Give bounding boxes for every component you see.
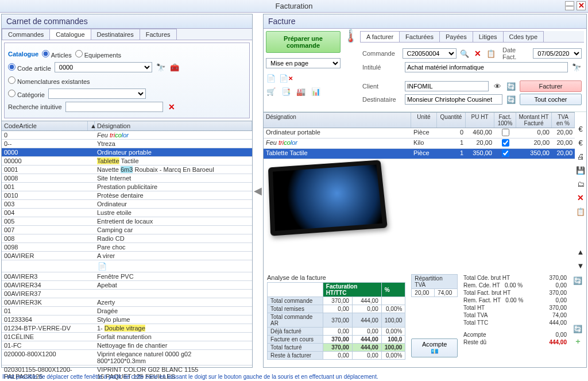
doc-add-icon[interactable]: 📄 — [266, 73, 276, 83]
catalogue-row[interactable]: 01CÉLINEForfait manutention — [2, 333, 252, 341]
euro-icon[interactable]: € — [575, 124, 586, 134]
clipboard-icon[interactable]: 📋 — [575, 206, 586, 217]
radio-equipements[interactable] — [75, 50, 83, 57]
catalogue-row[interactable]: 00AVIRER3KAzerty — [2, 298, 252, 307]
invoice-row[interactable]: Tablette TactilePièce1350,00350,0020,00 — [264, 149, 575, 159]
catalogue-row[interactable]: 0008Site Internet — [2, 174, 252, 183]
thermometer-icon: 🌡️ — [345, 31, 355, 41]
catalogue-row[interactable]: 00AVIRER3Fenêtre PVC — [2, 272, 252, 281]
chart-icon[interactable]: 📊 — [311, 86, 321, 97]
tab-destinataires[interactable]: Destinataires — [91, 29, 140, 40]
tab-facturées[interactable]: Facturées — [399, 31, 440, 42]
tab-litiges[interactable]: Litiges — [473, 31, 504, 42]
destinataire-input[interactable] — [405, 94, 502, 105]
acompte-button[interactable]: Acompte 💶 — [411, 338, 458, 357]
opt-nomenclatures[interactable] — [8, 76, 16, 84]
binoculars2-icon[interactable]: 🔭 — [571, 62, 582, 72]
mise-en-page-select[interactable]: Mise en page — [266, 58, 341, 68]
opt-code-article[interactable] — [8, 63, 16, 71]
invoice-row[interactable]: Ordinateur portablePièce0460,000,0020,00 — [264, 128, 575, 138]
cart-icon[interactable]: 🛒 — [266, 86, 276, 97]
date-fact-select[interactable]: 07/05/2020 — [533, 48, 582, 59]
window-close[interactable]: ✕ — [577, 1, 586, 10]
tab-factures[interactable]: Factures — [140, 29, 177, 40]
fact-checkbox[interactable] — [502, 129, 509, 136]
catalogue-row[interactable]: 0001Navette 6m3 Roubaix - Marcq En Baroe… — [2, 166, 252, 174]
recherche-label: Recherche intuitive — [8, 103, 62, 110]
prepare-order-button[interactable]: Préparer une commande — [266, 31, 341, 53]
delete-line-icon[interactable]: ✕ — [575, 193, 586, 203]
categorie-select[interactable] — [48, 88, 146, 99]
refresh-tot-icon[interactable]: 🔄 — [572, 275, 583, 286]
catalogue-row[interactable]: 004Lustre etoile — [2, 209, 252, 217]
doc-delete-icon[interactable]: 📄✕ — [281, 73, 291, 83]
commande-select[interactable]: C20050004 — [403, 48, 457, 59]
search-icon[interactable]: 🔍 — [460, 48, 470, 59]
window-titlebar: Facturation — ✕ — [0, 0, 588, 13]
splitter[interactable]: ◀ — [254, 13, 262, 369]
catalogue-row[interactable]: 0098Pare choc — [2, 243, 252, 252]
catalogue-row[interactable]: 00000Tablette Tactile — [2, 157, 252, 166]
down-arrow-icon[interactable]: ▼ — [575, 260, 586, 271]
catalogue-row[interactable]: 007Camping car — [2, 226, 252, 234]
catalogue-row[interactable]: 01Dragée — [2, 307, 252, 315]
tab-cdes-type[interactable]: Cdes type — [503, 31, 544, 42]
catalogue-row[interactable]: 00AVIRERA virer — [2, 252, 252, 260]
invoice-row[interactable]: Feu tricolorKilo120,0020,0020,00 — [264, 138, 575, 149]
catalogue-row[interactable]: 📄 — [2, 260, 252, 272]
fact-checkbox[interactable] — [502, 139, 509, 147]
catalogue-row[interactable]: 008Radio CD — [2, 234, 252, 243]
add-icon[interactable]: ＋ — [572, 336, 583, 347]
tab-payées[interactable]: Payées — [439, 31, 473, 42]
invoice-grid[interactable]: Ordinateur portablePièce0460,000,0020,00… — [264, 128, 575, 159]
euro2-icon[interactable]: € — [575, 137, 586, 148]
tab-commandes[interactable]: Commandes — [2, 29, 50, 40]
invoice-grid-header: Désignation Unité Quantité PU HT Fact. 1… — [264, 112, 575, 128]
client-input[interactable] — [405, 81, 489, 91]
radio-articles[interactable] — [42, 50, 49, 57]
catalogue-row[interactable]: 0--Ytreza — [2, 140, 252, 148]
catalogue-row[interactable]: 01-FCNettoyage fin de chantier — [2, 341, 252, 350]
refresh-icon[interactable]: 🔄 — [506, 81, 516, 91]
save-icon[interactable]: 💾 — [575, 165, 586, 175]
status-footer: Il est possible de déplacer cette fenêtr… — [2, 374, 378, 380]
binoculars-icon[interactable]: 🔭 — [156, 62, 166, 72]
catalogue-row[interactable]: 0010Protèse dentaire — [2, 191, 252, 200]
eye-icon[interactable]: 👁 — [492, 81, 502, 91]
catalogue-label: Catalogue — [8, 51, 38, 57]
schedule-icon[interactable]: 📑 — [281, 86, 291, 97]
catalogue-row[interactable]: 00AVIRER37 — [2, 290, 252, 298]
delete-cmd-icon[interactable]: ✕ — [473, 48, 482, 59]
print-icon[interactable]: 🖨 — [575, 151, 586, 161]
catalogue-row[interactable]: 001Prestation publicitaire — [2, 183, 252, 191]
window-minimize[interactable]: — — [565, 1, 574, 10]
intitule-input[interactable] — [405, 62, 568, 72]
recherche-input[interactable] — [65, 102, 163, 112]
opt-categorie[interactable] — [8, 90, 16, 97]
copy-cmd-icon[interactable]: 📋 — [486, 48, 496, 59]
tab-a-facturer[interactable]: A facturer — [360, 31, 400, 42]
catalogue-row[interactable]: 003Ordinateur — [2, 200, 252, 209]
clear-search-icon[interactable]: ✕ — [167, 102, 177, 112]
factory-icon[interactable]: 🏭 — [296, 86, 306, 97]
orders-title: Carnet de commandes — [2, 14, 252, 29]
refresh2-icon[interactable]: 🔄 — [506, 94, 516, 105]
code-article-select[interactable]: 0000 — [55, 62, 152, 72]
tout-cocher-button[interactable]: Tout cocher — [520, 94, 582, 105]
fact-checkbox[interactable] — [502, 149, 509, 157]
window-title: Facturation — [275, 2, 312, 10]
catalogue-row[interactable]: 0Feu tricolor — [2, 131, 252, 140]
catalogue-row[interactable]: 01233364Stylo plume — [2, 315, 252, 324]
catalogue-row[interactable]: 005Entretient de locaux — [2, 217, 252, 226]
card-icon[interactable]: 🗂 — [575, 179, 586, 189]
tab-catalogue[interactable]: Catalogue — [49, 29, 91, 40]
catalogue-row[interactable]: 020000-800X1200Viprint elegance naturel … — [2, 350, 252, 365]
tools-icon[interactable]: 🧰 — [169, 62, 180, 72]
refresh-tva-icon[interactable]: 🔄 — [572, 324, 583, 334]
up-arrow-icon[interactable]: ▲ — [575, 247, 586, 257]
catalogue-row[interactable]: 00AVIRER34Apebat — [2, 281, 252, 290]
facturer-button[interactable]: Facturer — [520, 80, 582, 92]
catalogue-row[interactable]: 01234-BTP-VERRE-DV1- Double vitrage — [2, 324, 252, 333]
catalogue-grid[interactable]: 0Feu tricolor0--Ytreza0000Ordinateur por… — [2, 131, 252, 381]
catalogue-row[interactable]: 0000Ordinateur portable — [2, 148, 252, 157]
